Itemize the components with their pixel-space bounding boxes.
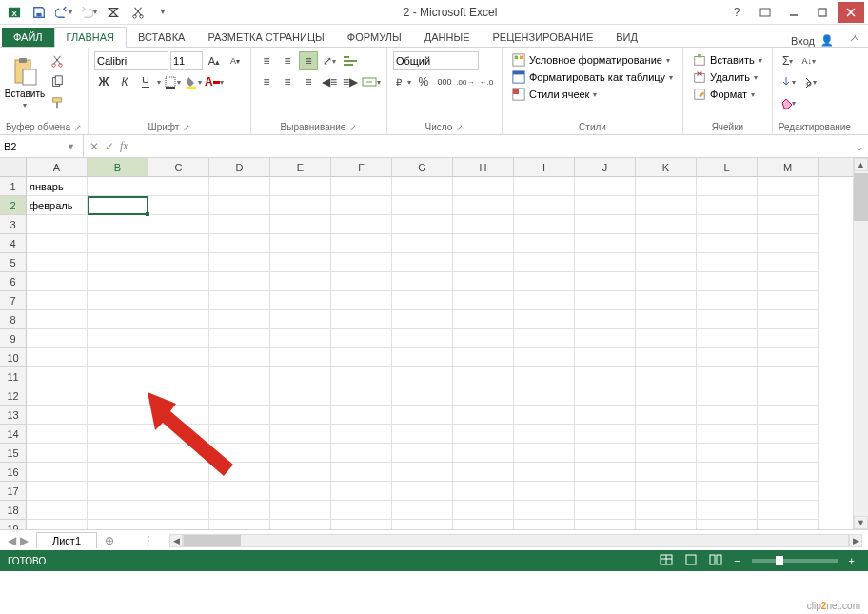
- column-header[interactable]: M: [758, 158, 819, 176]
- cell[interactable]: [392, 501, 453, 520]
- scroll-up-icon[interactable]: ▲: [854, 158, 868, 171]
- row-header[interactable]: 12: [0, 386, 27, 406]
- cell[interactable]: [148, 501, 209, 520]
- cell[interactable]: [270, 463, 331, 482]
- font-name-select[interactable]: [94, 51, 168, 70]
- format-as-table-button[interactable]: Форматировать как таблицу▾: [508, 69, 677, 86]
- cell[interactable]: [697, 501, 758, 520]
- save-icon[interactable]: [29, 2, 49, 23]
- vscroll-thumb[interactable]: [854, 173, 868, 221]
- cell[interactable]: [148, 386, 209, 406]
- cell[interactable]: [697, 463, 758, 482]
- cell[interactable]: [88, 482, 148, 501]
- increase-decimal-icon[interactable]: .00→: [456, 72, 475, 91]
- cell[interactable]: [392, 272, 453, 291]
- cell[interactable]: [514, 520, 575, 529]
- cell[interactable]: [514, 272, 575, 291]
- cell[interactable]: [514, 406, 575, 425]
- cell[interactable]: [758, 310, 819, 329]
- cell[interactable]: [88, 367, 148, 386]
- row-header[interactable]: 4: [0, 234, 27, 253]
- cell[interactable]: [148, 215, 209, 234]
- cell[interactable]: [148, 444, 209, 463]
- italic-button[interactable]: К: [115, 72, 134, 91]
- tab-home[interactable]: ГЛАВНАЯ: [54, 27, 127, 48]
- cell[interactable]: [697, 310, 758, 329]
- font-color-button[interactable]: A▾: [205, 72, 224, 91]
- fill-color-button[interactable]: ▾: [184, 72, 203, 91]
- increase-indent-icon[interactable]: ≡▶: [341, 72, 360, 91]
- cell[interactable]: [636, 520, 697, 529]
- select-all-corner[interactable]: [0, 158, 27, 176]
- cell[interactable]: [575, 234, 636, 253]
- cell[interactable]: [697, 444, 758, 463]
- cell[interactable]: [27, 348, 88, 367]
- cell[interactable]: [331, 234, 392, 253]
- cell[interactable]: [270, 215, 331, 234]
- conditional-formatting-button[interactable]: Условное форматирование▾: [508, 51, 674, 69]
- decrease-decimal-icon[interactable]: ←.0: [477, 72, 496, 91]
- sheet-nav-next-icon[interactable]: ▶: [20, 534, 29, 547]
- cell[interactable]: [209, 367, 270, 386]
- sheet-tab[interactable]: Лист1: [36, 532, 97, 548]
- accept-formula-icon[interactable]: ✓: [105, 140, 114, 153]
- cell[interactable]: [636, 196, 697, 215]
- signin-link[interactable]: Вход: [791, 35, 815, 47]
- cell[interactable]: [697, 348, 758, 367]
- cell[interactable]: [331, 253, 392, 272]
- row-header[interactable]: 3: [0, 215, 27, 234]
- row-header[interactable]: 11: [0, 367, 27, 386]
- cell[interactable]: [453, 272, 514, 291]
- row-header[interactable]: 2: [0, 196, 27, 215]
- merge-center-icon[interactable]: ▾: [362, 72, 381, 91]
- cell[interactable]: [209, 310, 270, 329]
- name-box[interactable]: ▼: [0, 135, 84, 157]
- cell[interactable]: [575, 272, 636, 291]
- cell[interactable]: [636, 348, 697, 367]
- cell[interactable]: [697, 291, 758, 310]
- cell[interactable]: [270, 177, 331, 196]
- cell[interactable]: [514, 291, 575, 310]
- cell[interactable]: [27, 386, 88, 406]
- hscroll-left-icon[interactable]: ◀: [169, 534, 183, 547]
- cell[interactable]: [758, 367, 819, 386]
- cell[interactable]: [270, 501, 331, 520]
- cell[interactable]: [270, 253, 331, 272]
- cell[interactable]: [392, 406, 453, 425]
- cell[interactable]: [209, 196, 270, 215]
- cell[interactable]: [575, 520, 636, 529]
- cell[interactable]: [514, 386, 575, 406]
- column-header[interactable]: E: [270, 158, 331, 176]
- cell[interactable]: [148, 253, 209, 272]
- cell[interactable]: [392, 177, 453, 196]
- cell[interactable]: [758, 234, 819, 253]
- column-header[interactable]: K: [636, 158, 697, 176]
- cell[interactable]: [270, 272, 331, 291]
- column-header[interactable]: J: [575, 158, 636, 176]
- cell[interactable]: [392, 463, 453, 482]
- border-button[interactable]: ▾: [163, 72, 182, 91]
- cell[interactable]: [697, 329, 758, 348]
- redo-icon[interactable]: ▾: [78, 2, 99, 23]
- cell[interactable]: [392, 196, 453, 215]
- cell[interactable]: [453, 520, 514, 529]
- column-header[interactable]: H: [453, 158, 514, 176]
- row-header[interactable]: 13: [0, 406, 27, 425]
- cell[interactable]: [758, 463, 819, 482]
- cell[interactable]: [758, 386, 819, 406]
- insert-cells-button[interactable]: Вставить▾: [689, 51, 766, 69]
- fill-button[interactable]: ▾: [779, 72, 798, 91]
- row-header[interactable]: 1: [0, 177, 27, 196]
- cell[interactable]: [575, 386, 636, 406]
- decrease-indent-icon[interactable]: ◀≡: [320, 72, 339, 91]
- column-header[interactable]: D: [209, 158, 270, 176]
- cell[interactable]: [453, 482, 514, 501]
- zoom-in-icon[interactable]: +: [843, 555, 860, 566]
- row-header[interactable]: 17: [0, 482, 27, 501]
- cell[interactable]: [514, 367, 575, 386]
- qat-customize-icon[interactable]: ▾: [152, 2, 173, 23]
- align-bottom-icon[interactable]: ≡: [299, 51, 318, 70]
- cell[interactable]: [392, 444, 453, 463]
- sheet-nav-prev-icon[interactable]: ◀: [8, 534, 16, 547]
- cell[interactable]: [575, 291, 636, 310]
